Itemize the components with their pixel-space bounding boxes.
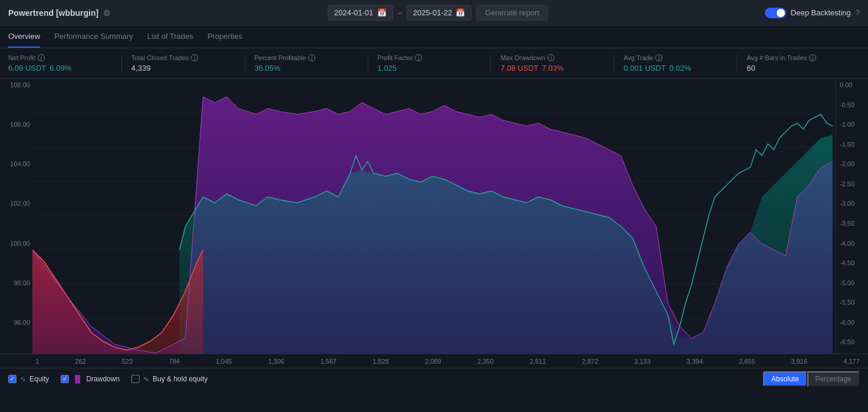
max-drawdown-info[interactable]: i — [547, 54, 555, 61]
tab-overview[interactable]: Overview — [8, 26, 40, 48]
stat-avg-trade: Avg Trade i 0.001 USDT 0.02% — [613, 54, 737, 72]
drawdown-bar-icon: ▐▌ — [72, 375, 82, 383]
y-right-100: -1.00 — [840, 121, 864, 128]
x-label-262: 262 — [75, 358, 85, 365]
date-to-input[interactable]: 2025-01-22 📅 — [407, 5, 472, 21]
total-trades-num: 4,339 — [131, 64, 151, 72]
x-axis: 1 262 523 784 1,045 1,306 1,567 1,828 2,… — [0, 354, 868, 368]
bah-checkbox[interactable] — [131, 375, 140, 383]
equity-line-icon: ∿ — [20, 375, 26, 383]
x-label-3655: 3,655 — [739, 358, 755, 365]
gear-icon[interactable]: ⚙ — [103, 8, 111, 18]
x-label-2872: 2,872 — [582, 358, 599, 365]
absolute-button[interactable]: Absolute — [763, 371, 807, 387]
stat-total-trades: Total Closed Trades i 4,339 — [121, 54, 245, 72]
net-profit-info[interactable]: i — [38, 54, 45, 61]
header-left: Powertrend [wbburgin] ⚙ — [8, 8, 111, 18]
net-profit-amount: 6.09 USDT — [8, 64, 46, 72]
avg-trade-pct: 0.02% — [669, 64, 691, 72]
y-label-96: 96.00 — [2, 319, 30, 326]
y-right-200: -2.00 — [840, 160, 864, 167]
y-right-300: -3.00 — [840, 200, 864, 207]
y-right-550: -5.50 — [840, 299, 864, 306]
stat-avg-bars: Avg # Bars in Trades i 60 — [737, 54, 860, 72]
profit-factor-info[interactable]: i — [415, 54, 422, 61]
date-from-input[interactable]: 2024-01-01 📅 — [328, 5, 393, 21]
y-right-050: -0.50 — [840, 101, 864, 108]
total-trades-info[interactable]: i — [191, 54, 198, 61]
x-label-1306: 1,306 — [268, 358, 285, 365]
y-axis-right: 0.00 -0.50 -1.00 -1.50 -2.00 -2.50 -3.00… — [836, 79, 868, 368]
avg-trade-info[interactable]: i — [655, 54, 662, 61]
stat-profit-factor-label: Profit Factor i — [378, 54, 485, 61]
stats-row: Net Profit i 6.09 USDT 6.09% Total Close… — [0, 48, 868, 79]
date-to-value: 2025-01-22 — [413, 8, 453, 17]
drawdown-check-mark: ✓ — [62, 375, 67, 382]
tab-performance-summary[interactable]: Performance Summary — [54, 26, 133, 48]
chart-canvas — [32, 79, 833, 354]
x-label-1045: 1,045 — [216, 358, 232, 365]
x-label-3394: 3,394 — [687, 358, 703, 365]
legend-bah[interactable]: ∿ Buy & hold equity — [131, 375, 207, 383]
y-label-100: 100.00 — [2, 240, 30, 247]
header: Powertrend [wbburgin] ⚙ 2024-01-01 📅 – 2… — [0, 0, 868, 26]
y-label-108: 108.00 — [2, 81, 30, 88]
legend-equity[interactable]: ✓ ∿ Equity — [8, 375, 49, 383]
max-drawdown-pct: 7.03% — [542, 64, 564, 72]
avg-trade-amount: 0.001 USDT — [623, 64, 666, 72]
drawdown-label: Drawdown — [86, 375, 120, 383]
x-label-523: 523 — [122, 358, 133, 365]
x-label-2089: 2,089 — [425, 358, 441, 365]
stat-net-profit-value: 6.09 USDT 6.09% — [8, 64, 115, 72]
x-label-3133: 3,133 — [634, 358, 651, 365]
generate-report-button[interactable]: Generate report — [476, 5, 548, 21]
percentage-button[interactable]: Percentage — [807, 371, 860, 387]
calendar-icon-2: 📅 — [456, 8, 465, 17]
y-right-450: -4.50 — [840, 259, 864, 266]
x-label-3916: 3,916 — [791, 358, 808, 365]
x-label-4177: 4,177 — [843, 358, 860, 365]
avg-bars-info[interactable]: i — [809, 54, 816, 61]
stat-avg-trade-label: Avg Trade i — [623, 54, 731, 61]
date-separator: – — [398, 8, 402, 17]
y-right-250: -2.50 — [840, 180, 864, 187]
help-icon[interactable]: ? — [856, 8, 860, 17]
x-label-1567: 1,567 — [321, 358, 337, 365]
tab-list-of-trades[interactable]: List of Trades — [147, 26, 193, 48]
equity-checkbox[interactable]: ✓ — [8, 375, 16, 383]
net-profit-pct: 6.09% — [49, 64, 71, 72]
calendar-icon: 📅 — [377, 8, 387, 17]
drawdown-checkbox[interactable]: ✓ — [61, 375, 69, 383]
equity-check-mark: ✓ — [10, 375, 15, 382]
app-title: Powertrend [wbburgin] — [8, 8, 98, 18]
abs-pct-buttons: Absolute Percentage — [763, 371, 860, 387]
y-label-98: 98.00 — [2, 279, 30, 286]
stat-percent-profitable: Percent Profitable i 36.05% — [245, 54, 368, 72]
stat-profit-factor: Profit Factor i 1.025 — [368, 54, 491, 72]
stat-avg-bars-value: 60 — [747, 64, 854, 72]
tab-properties[interactable]: Properties — [207, 26, 242, 48]
chart-area: 108.00 106.00 104.00 102.00 100.00 98.00… — [0, 79, 868, 368]
red-dip-area — [32, 250, 203, 354]
legend-drawdown[interactable]: ✓ ▐▌ Drawdown — [61, 375, 120, 383]
stat-net-profit: Net Profit i 6.09 USDT 6.09% — [8, 54, 121, 72]
equity-label: Equity — [29, 375, 49, 383]
stat-avg-bars-label: Avg # Bars in Trades i — [747, 54, 854, 61]
percent-profitable-info[interactable]: i — [308, 54, 315, 61]
legend-bar: ✓ ∿ Equity ✓ ▐▌ Drawdown ∿ Buy & hold eq… — [0, 368, 868, 389]
percent-profitable-num: 36.05% — [255, 64, 280, 72]
stat-percent-profitable-value: 36.05% — [255, 64, 362, 72]
stat-profit-factor-value: 1.025 — [378, 64, 485, 72]
deep-backtesting-toggle[interactable] — [765, 8, 786, 18]
date-from-value: 2024-01-01 — [334, 8, 374, 17]
avg-bars-num: 60 — [747, 64, 755, 72]
x-label-2350: 2,350 — [477, 358, 494, 365]
x-label-1: 1 — [35, 358, 39, 365]
y-label-102: 102.00 — [2, 200, 30, 207]
stat-net-profit-label: Net Profit i — [8, 54, 115, 61]
nav-tabs: Overview Performance Summary List of Tra… — [0, 26, 868, 48]
y-label-106: 106.00 — [2, 121, 30, 128]
y-axis-left: 108.00 106.00 104.00 102.00 100.00 98.00… — [0, 79, 32, 368]
profit-factor-num: 1.025 — [378, 64, 397, 72]
y-right-650: -6.50 — [840, 338, 864, 345]
